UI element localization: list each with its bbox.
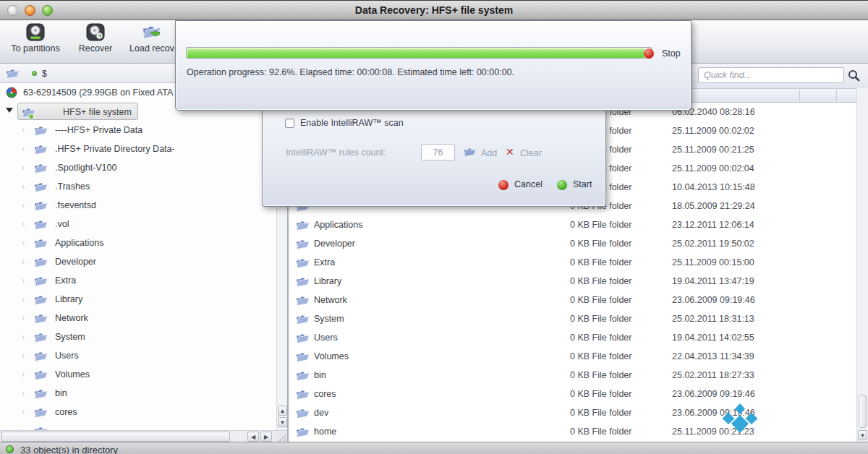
tree-item-label: Developer — [55, 257, 96, 267]
tree-item[interactable]: › Users — [0, 346, 276, 365]
tree-item[interactable]: › Library — [0, 290, 276, 309]
file-row[interactable]: Library 0 KB File folder 19.04.2011 13:4… — [289, 272, 856, 291]
start-dot-icon[interactable] — [557, 180, 567, 190]
tree-children: › ----HFS+ Private Data › — [0, 121, 276, 430]
collapsed-chevron-icon[interactable]: › — [22, 162, 25, 173]
scroll-down-button[interactable]: ▼ — [858, 430, 867, 440]
tree-item[interactable]: › .HFS+ Private Directory Data- — [0, 140, 276, 158]
collapsed-chevron-icon[interactable]: › — [22, 387, 25, 398]
selected-tree-highlight: HFS+ file system — [17, 103, 138, 120]
collapsed-chevron-icon[interactable]: › — [22, 406, 25, 417]
folder-icon — [33, 124, 49, 139]
rules-count-input[interactable] — [421, 144, 455, 160]
start-button[interactable]: Start — [573, 179, 592, 189]
cancel-dot-icon[interactable] — [498, 180, 509, 190]
tree-item[interactable]: › System — [0, 327, 276, 346]
cancel-button[interactable]: Cancel — [514, 179, 542, 189]
collapsed-chevron-icon[interactable]: › — [22, 294, 25, 304]
folder-icon — [295, 313, 311, 327]
tree-item[interactable]: › Network — [0, 309, 276, 327]
column-divider[interactable] — [799, 90, 800, 103]
to-partitions-button[interactable]: To partitions — [3, 23, 68, 61]
intelliraw-checkbox-label: Enable IntelliRAW™ scan — [300, 118, 404, 128]
file-size-type: 0 KB File folder — [570, 220, 631, 230]
stop-button[interactable]: Stop — [662, 48, 681, 59]
collapsed-chevron-icon[interactable]: › — [22, 312, 25, 323]
scroll-left-button[interactable]: ◀ — [247, 432, 259, 442]
tree-item[interactable]: › Volumes — [0, 365, 276, 384]
file-row[interactable]: dev 0 KB File folder 23.06.2009 09:19:46 — [289, 403, 856, 422]
scroll-up-button[interactable]: ▲ — [278, 406, 287, 416]
folder-icon — [295, 238, 311, 252]
file-name: cores — [314, 389, 336, 399]
collapsed-chevron-icon[interactable]: › — [22, 143, 25, 154]
stop-dot-icon[interactable] — [644, 48, 654, 59]
tree-item-label: Library — [55, 294, 82, 304]
scroll-right-button[interactable]: ▶ — [260, 432, 272, 442]
tree-horizontal-scrollbar[interactable]: ◀ ▶ — [0, 430, 287, 442]
scroll-down-button[interactable]: ▼ — [278, 417, 287, 427]
tree-item[interactable]: › Applications — [0, 234, 276, 252]
file-date: 25.11.2009 00:21:25 — [672, 145, 754, 155]
tree-item[interactable]: › — [0, 421, 276, 430]
file-row[interactable]: Applications 0 KB File folder 23.12.2011… — [289, 215, 856, 234]
add-folder-icon[interactable] — [463, 146, 477, 160]
scrollbar-thumb[interactable] — [859, 395, 867, 428]
clear-button[interactable]: Clear — [520, 148, 542, 158]
tree-item[interactable]: › Developer — [0, 252, 276, 271]
tree-item[interactable]: › .vol — [0, 215, 276, 234]
file-name: Library — [314, 276, 341, 286]
file-row[interactable]: bin 0 KB File folder 25.02.2011 18:27:33 — [289, 366, 856, 385]
file-date: 23.06.2009 09:19:46 — [672, 389, 755, 399]
tree-item-label: .Spotlight-V100 — [55, 163, 116, 173]
search-icon[interactable] — [848, 69, 860, 84]
load-recovery-button[interactable]: Load recov — [123, 23, 181, 61]
collapsed-chevron-icon[interactable]: › — [22, 256, 25, 267]
folder-icon — [33, 369, 49, 383]
collapsed-chevron-icon[interactable]: › — [22, 331, 25, 342]
file-row[interactable]: Users 0 KB File folder 19.04.2011 14:02:… — [289, 328, 856, 347]
collapsed-chevron-icon[interactable]: › — [22, 181, 25, 192]
intelliraw-checkbox[interactable] — [285, 119, 294, 128]
tree-item[interactable]: › .fseventsd — [0, 196, 276, 215]
resize-grip[interactable] — [276, 432, 286, 442]
folder-icon — [295, 257, 311, 271]
file-row[interactable]: home 0 KB File folder 25.11.2009 00:21:2… — [289, 422, 856, 441]
collapsed-chevron-icon[interactable]: › — [22, 369, 25, 380]
clear-x-icon[interactable]: ✕ — [506, 146, 514, 158]
tree-item[interactable]: › ----HFS+ Private Data — [0, 121, 276, 140]
file-row[interactable]: Developer 0 KB File folder 25.02.2011 19… — [289, 234, 856, 253]
quick-find-input[interactable] — [698, 67, 844, 83]
list-vertical-scrollbar[interactable]: ▼ — [856, 88, 868, 442]
collapsed-chevron-icon[interactable]: › — [22, 425, 25, 430]
file-row[interactable]: Network 0 KB File folder 23.06.2009 09:1… — [289, 291, 856, 309]
file-name: System — [314, 314, 344, 324]
folder-icon — [33, 331, 49, 346]
tree-item[interactable]: › bin — [0, 384, 276, 403]
collapsed-chevron-icon[interactable]: › — [22, 200, 25, 210]
collapsed-chevron-icon[interactable]: › — [22, 275, 25, 286]
folder-icon — [295, 351, 311, 365]
file-size-type: 0 KB File folder — [570, 314, 631, 324]
scrollbar-thumb[interactable] — [1, 432, 230, 442]
file-row[interactable]: cores 0 KB File folder 23.06.2009 09:19:… — [289, 385, 856, 403]
collapsed-chevron-icon[interactable]: › — [22, 350, 25, 361]
collapsed-chevron-icon[interactable]: › — [22, 218, 25, 229]
file-row[interactable]: Volumes 0 KB File folder 22.04.2013 11:3… — [289, 347, 856, 366]
file-size-type: 0 KB File folder — [570, 257, 631, 267]
tree-item[interactable]: › .Spotlight-V100 — [0, 158, 276, 177]
column-divider[interactable] — [836, 90, 837, 103]
tree-item[interactable]: › cores — [0, 403, 276, 421]
tree-item[interactable]: › Extra — [0, 271, 276, 290]
file-row[interactable]: Extra 0 KB File folder 25.11.2009 00:15:… — [289, 253, 856, 272]
collapsed-chevron-icon[interactable]: › — [22, 124, 25, 135]
window-title: Data Recovery: HFS+ file system — [0, 4, 868, 16]
file-row[interactable]: System 0 KB File folder 25.02.2011 18:31… — [289, 309, 856, 328]
recover-button[interactable]: Recover — [72, 23, 119, 61]
tree-item[interactable]: › .Trashes — [0, 177, 276, 196]
title-bar[interactable]: Data Recovery: HFS+ file system — [0, 0, 868, 20]
collapsed-chevron-icon[interactable]: › — [22, 237, 25, 248]
expanded-arrow-icon[interactable] — [6, 108, 13, 113]
add-button[interactable]: Add — [481, 148, 497, 158]
folder-icon — [5, 67, 21, 82]
